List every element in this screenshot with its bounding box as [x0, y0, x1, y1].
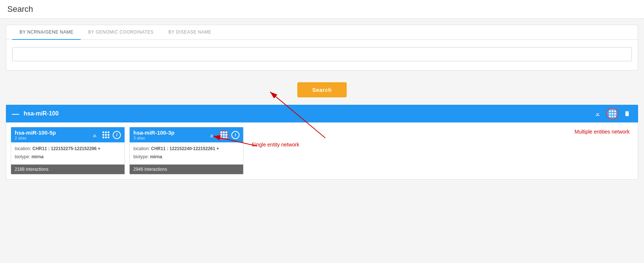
card-biotype-1: biotype: mirna — [15, 153, 121, 160]
card-info-icon-1[interactable]: i — [113, 131, 121, 139]
delete-icon[interactable] — [622, 108, 632, 119]
dot-grid-icon — [609, 110, 616, 117]
entity-card-2: hsa-miR-100-3p 3 alias i — [129, 127, 244, 174]
card-network-icon-1[interactable] — [102, 131, 110, 139]
card-download-icon-2[interactable] — [208, 131, 216, 139]
card-footer-2: 2946 interactions — [130, 165, 243, 174]
search-section: BY NCRNA/GENE NAME BY GENOMIC COORDINATE… — [6, 25, 638, 70]
card-body-2: location: CHR11 : 122152240-122152261 + … — [130, 142, 243, 165]
multiple-entities-label: Multiple entities network — [575, 129, 630, 135]
card-download-icon-1[interactable] — [91, 131, 99, 139]
result-header: — hsa-miR-100 — [6, 105, 638, 122]
result-title: hsa-miR-100 — [24, 110, 59, 117]
search-input-area: hsa-miR-100---ncRNA — [6, 40, 638, 70]
search-button-row: Search — [0, 76, 644, 105]
search-button[interactable]: Search — [297, 82, 346, 97]
card-title-2: hsa-miR-100-3p — [133, 129, 205, 136]
tab-ncrna[interactable]: BY NCRNA/GENE NAME — [12, 25, 81, 40]
card-alias-2: 3 alias — [133, 136, 205, 140]
card-footer-1: 2188 interactions — [11, 165, 125, 174]
entity-card-1: hsa-miR-100-5p 2 alias i — [11, 127, 125, 174]
collapse-icon[interactable]: — — [12, 110, 19, 118]
card-header-2: hsa-miR-100-3p 3 alias i — [130, 127, 243, 142]
result-header-left: — hsa-miR-100 — [12, 110, 592, 118]
card-alias-1: 2 alias — [15, 136, 88, 140]
result-header-icons — [592, 108, 632, 120]
search-input[interactable]: hsa-miR-100---ncRNA — [12, 47, 632, 61]
card-info-icon-2[interactable]: i — [231, 131, 239, 139]
tab-genomic[interactable]: BY GENOMIC COORDINATES — [81, 25, 161, 40]
results-section: — hsa-miR-100 — [6, 105, 638, 180]
single-entity-label: Single entity network — [252, 142, 299, 148]
download-icon[interactable] — [592, 108, 603, 119]
page-title: Search — [0, 0, 644, 19]
cards-container: hsa-miR-100-5p 2 alias i — [6, 122, 638, 180]
annotations-area: Single entity network Multiple entities … — [248, 127, 633, 175]
multiple-entities-network-icon[interactable] — [606, 108, 618, 120]
cards-and-annotations: hsa-miR-100-5p 2 alias i — [11, 127, 633, 175]
card-location-1: location: CHR11 : 122152275-122152296 + — [15, 145, 121, 152]
card-location-2: location: CHR11 : 122152240-122152261 + — [133, 145, 239, 152]
tab-disease[interactable]: BY DISEASE NAME — [161, 25, 219, 40]
card-title-1: hsa-miR-100-5p — [15, 129, 88, 136]
card-body-1: location: CHR11 : 122152275-122152296 + … — [11, 142, 125, 165]
card-header-1: hsa-miR-100-5p 2 alias i — [11, 127, 125, 142]
tabs-bar: BY NCRNA/GENE NAME BY GENOMIC COORDINATE… — [6, 25, 638, 40]
card-biotype-2: biotype: mirna — [133, 153, 239, 160]
